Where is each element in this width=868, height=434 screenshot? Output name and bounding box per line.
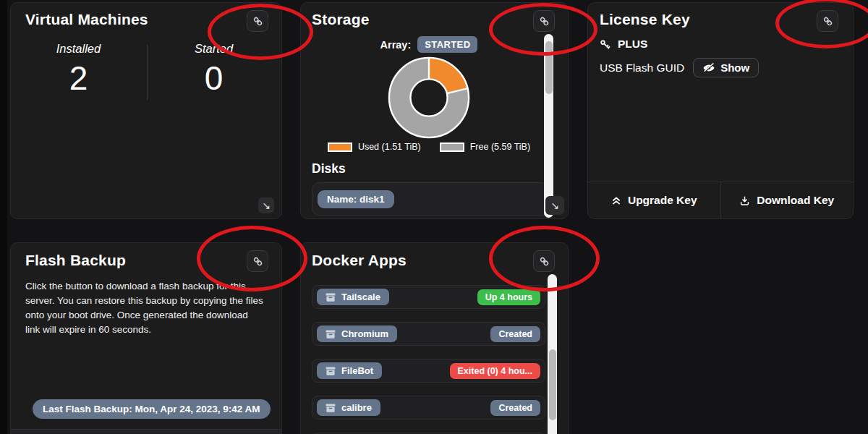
disk-row[interactable]: Name: disk1: [312, 182, 548, 216]
last-flash-backup-badge: Last Flash Backup: Mon, Apr 24, 2023, 9:…: [33, 399, 271, 419]
vm-installed-label: Installed: [56, 42, 101, 56]
show-guid-button[interactable]: Show: [693, 58, 759, 77]
vm-link-button[interactable]: [247, 10, 268, 32]
storage-card-title: Storage: [312, 11, 370, 28]
license-plan-label: PLUS: [618, 38, 647, 51]
app-name: calibre: [341, 402, 372, 413]
flash-card-title: Flash Backup: [25, 252, 126, 269]
disk-name-badge: Name: disk1: [318, 190, 394, 208]
app-status-badge: Created: [490, 400, 540, 416]
link-icon: [539, 256, 550, 267]
flash-card-footer: [11, 429, 281, 434]
used-legend-label: Used (1.51 TiB): [358, 142, 421, 152]
disks-heading: Disks: [312, 161, 346, 176]
link-icon: [252, 256, 263, 267]
docker-scrollbar[interactable]: [548, 274, 557, 434]
app-status-badge: Up 4 hours: [477, 289, 540, 305]
guid-row: USB Flash GUID Show: [600, 58, 759, 77]
upgrade-key-button[interactable]: Upgrade Key: [588, 182, 720, 218]
license-card-footer: Upgrade Key Download Key: [588, 182, 853, 218]
link-icon: [539, 16, 550, 27]
container-box-icon: [326, 293, 336, 302]
docker-app-row-calibre[interactable]: calibre Created: [312, 396, 545, 420]
app-name: Chromium: [341, 328, 388, 339]
legend-item-free: Free (5.59 TiB): [440, 142, 530, 152]
angles-up-icon: [611, 195, 621, 205]
free-swatch: [440, 142, 464, 152]
app-name-pill[interactable]: FileBot: [317, 362, 382, 379]
container-box-icon: [326, 367, 336, 375]
container-box-icon: [326, 404, 336, 412]
vertical-divider: [147, 45, 148, 100]
link-icon: [252, 16, 263, 27]
key-icon: [600, 39, 610, 50]
storage-scrollbar-thumb[interactable]: [545, 41, 553, 94]
vm-card-title: Virtual Machines: [25, 11, 148, 28]
dashboard-page: Virtual Machines Installed 2 Started 0 ↘: [0, 0, 868, 434]
vm-started-value: 0: [205, 59, 224, 98]
docker-scrollbar-thumb[interactable]: [549, 349, 556, 420]
docker-app-row-chromium[interactable]: Chromium Created: [312, 322, 545, 346]
virtual-machines-card: Virtual Machines Installed 2 Started 0 ↘: [10, 2, 282, 219]
app-status-badge: Exited (0) 4 hou...: [450, 363, 541, 379]
used-swatch: [328, 142, 352, 152]
vm-expand-button[interactable]: ↘: [258, 197, 274, 213]
vm-installed-column: Installed 2: [11, 42, 146, 98]
license-plan-row: PLUS: [600, 38, 647, 51]
container-box-icon: [326, 330, 336, 339]
guid-label: USB Flash GUID: [600, 61, 684, 75]
docker-link-button[interactable]: [533, 250, 555, 272]
app-name-pill[interactable]: Chromium: [317, 326, 397, 342]
docker-card-title: Docker Apps: [312, 252, 407, 269]
download-icon: [739, 195, 750, 206]
vm-started-label: Started: [195, 42, 233, 56]
storage-donut-wrap: [301, 55, 557, 140]
vm-stats: Installed 2 Started 0: [11, 42, 281, 98]
array-status-row: Array: STARTED: [301, 36, 557, 53]
download-key-button[interactable]: Download Key: [720, 182, 854, 218]
storage-card: Storage Array: STARTED: [300, 2, 569, 219]
show-button-label: Show: [720, 61, 749, 74]
storage-link-button[interactable]: [533, 10, 555, 32]
app-name-pill[interactable]: calibre: [317, 399, 380, 416]
storage-expand-button[interactable]: ↘: [545, 196, 564, 215]
vm-installed-value: 2: [69, 59, 88, 98]
link-icon: [822, 16, 833, 27]
license-key-card: License Key PLUS USB Flash GUID: [587, 2, 854, 219]
flash-description: Click the button to download a flash bac…: [25, 279, 264, 337]
array-label: Array:: [380, 39, 412, 51]
eye-slash-icon: [702, 63, 715, 73]
docker-apps-card: Docker Apps Tailscale Up 4 hours: [300, 242, 569, 434]
storage-scrollbar[interactable]: [544, 34, 553, 218]
docker-app-row-filebot[interactable]: FileBot Exited (0) 4 hou...: [312, 359, 545, 383]
flash-backup-card: Flash Backup Click the button to downloa…: [10, 242, 282, 434]
app-name: Tailscale: [341, 292, 380, 302]
legend-item-used: Used (1.51 TiB): [328, 142, 421, 152]
upgrade-key-label: Upgrade Key: [628, 194, 697, 207]
docker-app-row-tailscale[interactable]: Tailscale Up 4 hours: [312, 285, 545, 309]
download-key-label: Download Key: [757, 194, 834, 207]
license-link-button[interactable]: [817, 10, 838, 32]
vm-started-column: Started 0: [146, 42, 281, 98]
array-status-badge: STARTED: [417, 36, 477, 53]
page-left-edge: [0, 0, 7, 434]
free-legend-label: Free (5.59 TiB): [470, 142, 530, 152]
license-card-title: License Key: [600, 11, 690, 28]
app-name: FileBot: [341, 365, 373, 376]
donut-legend: Used (1.51 TiB) Free (5.59 TiB): [301, 142, 557, 152]
storage-usage-donut-chart: [386, 55, 472, 140]
app-name-pill[interactable]: Tailscale: [317, 289, 389, 305]
flash-link-button[interactable]: [247, 250, 268, 272]
app-status-badge: Created: [490, 326, 540, 342]
